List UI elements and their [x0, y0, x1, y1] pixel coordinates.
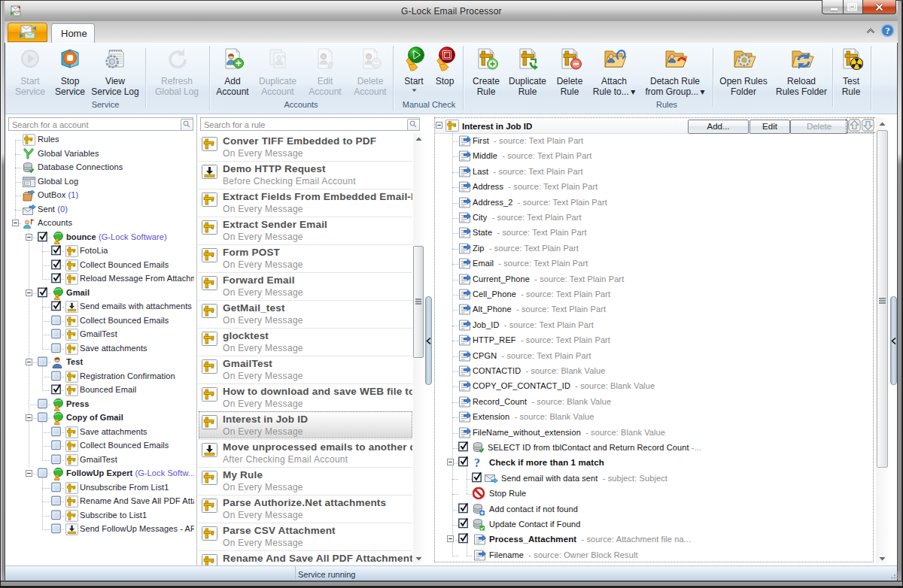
svg-text:?: ? — [885, 26, 889, 36]
